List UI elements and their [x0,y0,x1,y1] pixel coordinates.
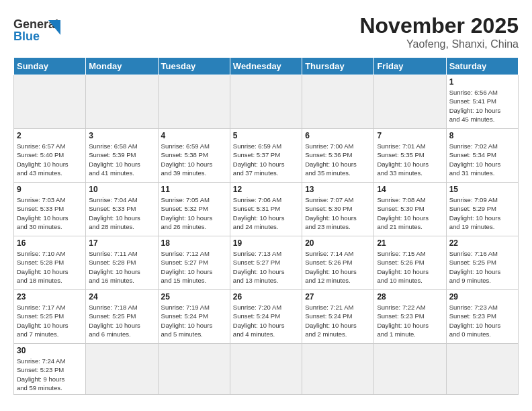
day-number: 16 [17,238,83,248]
day-number: 23 [17,292,83,302]
day-number: 22 [449,238,515,248]
calendar-cell [446,344,518,395]
day-number: 1 [449,77,515,87]
day-number: 6 [305,131,371,140]
day-info: Sunrise: 7:20 AM Sunset: 5:24 PM Dayligh… [233,303,299,338]
weekday-header-wednesday: Wednesday [230,58,302,75]
calendar-cell [374,75,446,129]
logo: General Blue [13,13,60,50]
logo-svg: General Blue [13,13,60,50]
calendar-cell: 13Sunrise: 7:07 AM Sunset: 5:30 PM Dayli… [302,183,374,236]
calendar-cell: 29Sunrise: 7:23 AM Sunset: 5:23 PM Dayli… [446,290,518,344]
title-block: November 2025 Yaofeng, Shanxi, China [359,13,519,50]
calendar-cell: 1Sunrise: 6:56 AM Sunset: 5:41 PM Daylig… [446,75,518,129]
day-number: 2 [17,131,83,140]
page-header: General Blue November 2025 Yaofeng, Shan… [13,13,519,50]
calendar-cell: 18Sunrise: 7:12 AM Sunset: 5:27 PM Dayli… [158,236,230,290]
day-info: Sunrise: 7:07 AM Sunset: 5:30 PM Dayligh… [305,195,371,231]
day-number: 4 [161,131,227,140]
calendar-cell: 26Sunrise: 7:20 AM Sunset: 5:24 PM Dayli… [230,290,302,344]
calendar-cell: 8Sunrise: 7:02 AM Sunset: 5:34 PM Daylig… [446,129,518,183]
weekday-header-sunday: Sunday [14,58,86,75]
calendar-cell [158,344,230,395]
day-number: 5 [233,131,299,140]
day-info: Sunrise: 6:59 AM Sunset: 5:38 PM Dayligh… [161,142,227,177]
calendar-cell [374,344,446,395]
calendar-cell: 30Sunrise: 7:24 AM Sunset: 5:23 PM Dayli… [14,344,86,395]
calendar-cell: 21Sunrise: 7:15 AM Sunset: 5:26 PM Dayli… [374,236,446,290]
day-number: 30 [17,346,83,355]
calendar-cell: 23Sunrise: 7:17 AM Sunset: 5:25 PM Dayli… [14,290,86,344]
day-info: Sunrise: 7:15 AM Sunset: 5:26 PM Dayligh… [377,249,443,285]
day-number: 19 [233,238,299,248]
calendar-cell: 19Sunrise: 7:13 AM Sunset: 5:27 PM Dayli… [230,236,302,290]
calendar-cell: 5Sunrise: 6:59 AM Sunset: 5:37 PM Daylig… [230,129,302,183]
day-info: Sunrise: 7:14 AM Sunset: 5:26 PM Dayligh… [305,249,371,285]
day-info: Sunrise: 7:10 AM Sunset: 5:28 PM Dayligh… [17,249,83,285]
calendar-cell: 6Sunrise: 7:00 AM Sunset: 5:36 PM Daylig… [302,129,374,183]
day-info: Sunrise: 7:17 AM Sunset: 5:25 PM Dayligh… [17,303,83,338]
month-year-title: November 2025 [359,13,519,38]
calendar-cell: 25Sunrise: 7:19 AM Sunset: 5:24 PM Dayli… [158,290,230,344]
calendar-cell: 11Sunrise: 7:05 AM Sunset: 5:32 PM Dayli… [158,183,230,236]
day-info: Sunrise: 7:22 AM Sunset: 5:23 PM Dayligh… [377,303,443,338]
calendar-week-row: 16Sunrise: 7:10 AM Sunset: 5:28 PM Dayli… [14,236,519,290]
day-number: 9 [17,185,83,194]
day-info: Sunrise: 7:23 AM Sunset: 5:23 PM Dayligh… [449,303,515,338]
day-info: Sunrise: 7:18 AM Sunset: 5:25 PM Dayligh… [89,303,154,338]
day-info: Sunrise: 7:04 AM Sunset: 5:33 PM Dayligh… [89,195,154,231]
calendar-cell: 15Sunrise: 7:09 AM Sunset: 5:29 PM Dayli… [446,183,518,236]
calendar-week-row: 30Sunrise: 7:24 AM Sunset: 5:23 PM Dayli… [14,344,519,395]
location-subtitle: Yaofeng, Shanxi, China [359,38,519,50]
day-number: 3 [89,131,154,140]
calendar-cell [302,75,374,129]
calendar-week-row: 1Sunrise: 6:56 AM Sunset: 5:41 PM Daylig… [14,75,519,129]
calendar-cell [230,344,302,395]
day-number: 25 [161,292,227,302]
calendar-week-row: 9Sunrise: 7:03 AM Sunset: 5:33 PM Daylig… [14,183,519,236]
day-info: Sunrise: 7:19 AM Sunset: 5:24 PM Dayligh… [161,303,227,338]
calendar-cell: 20Sunrise: 7:14 AM Sunset: 5:26 PM Dayli… [302,236,374,290]
day-number: 26 [233,292,299,302]
calendar-week-row: 23Sunrise: 7:17 AM Sunset: 5:25 PM Dayli… [14,290,519,344]
weekday-header-thursday: Thursday [302,58,374,75]
calendar-cell: 12Sunrise: 7:06 AM Sunset: 5:31 PM Dayli… [230,183,302,236]
day-number: 27 [305,292,371,302]
day-number: 28 [377,292,443,302]
calendar-cell [302,344,374,395]
calendar-cell: 2Sunrise: 6:57 AM Sunset: 5:40 PM Daylig… [14,129,86,183]
day-number: 18 [161,238,227,248]
calendar-cell [86,344,158,395]
day-info: Sunrise: 7:16 AM Sunset: 5:25 PM Dayligh… [449,249,515,285]
day-info: Sunrise: 7:12 AM Sunset: 5:27 PM Dayligh… [161,249,227,285]
day-info: Sunrise: 7:01 AM Sunset: 5:35 PM Dayligh… [377,142,443,177]
day-number: 24 [89,292,154,302]
calendar-cell [14,75,86,129]
day-number: 7 [377,131,443,140]
day-number: 8 [449,131,515,140]
day-info: Sunrise: 7:05 AM Sunset: 5:32 PM Dayligh… [161,195,227,231]
day-number: 29 [449,292,515,302]
svg-text:Blue: Blue [13,30,40,43]
weekday-header-saturday: Saturday [446,58,518,75]
day-info: Sunrise: 7:11 AM Sunset: 5:28 PM Dayligh… [89,249,154,285]
day-number: 10 [89,185,154,194]
calendar-cell: 9Sunrise: 7:03 AM Sunset: 5:33 PM Daylig… [14,183,86,236]
weekday-header-monday: Monday [86,58,158,75]
calendar-cell: 16Sunrise: 7:10 AM Sunset: 5:28 PM Dayli… [14,236,86,290]
day-number: 11 [161,185,227,194]
day-info: Sunrise: 7:09 AM Sunset: 5:29 PM Dayligh… [449,195,515,231]
calendar-cell: 28Sunrise: 7:22 AM Sunset: 5:23 PM Dayli… [374,290,446,344]
calendar-cell: 24Sunrise: 7:18 AM Sunset: 5:25 PM Dayli… [86,290,158,344]
calendar-cell: 4Sunrise: 6:59 AM Sunset: 5:38 PM Daylig… [158,129,230,183]
calendar-cell [86,75,158,129]
calendar-cell: 17Sunrise: 7:11 AM Sunset: 5:28 PM Dayli… [86,236,158,290]
day-info: Sunrise: 7:03 AM Sunset: 5:33 PM Dayligh… [17,195,83,231]
day-info: Sunrise: 6:57 AM Sunset: 5:40 PM Dayligh… [17,142,83,177]
day-number: 20 [305,238,371,248]
day-info: Sunrise: 7:21 AM Sunset: 5:24 PM Dayligh… [305,303,371,338]
weekday-header-tuesday: Tuesday [158,58,230,75]
calendar-cell [230,75,302,129]
day-info: Sunrise: 6:58 AM Sunset: 5:39 PM Dayligh… [89,142,154,177]
calendar-cell: 3Sunrise: 6:58 AM Sunset: 5:39 PM Daylig… [86,129,158,183]
